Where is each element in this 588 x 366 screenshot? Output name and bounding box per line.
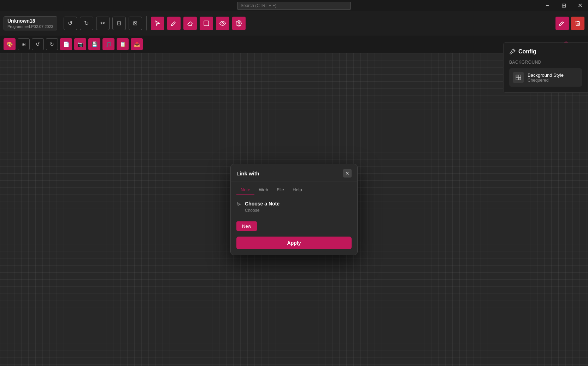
minimize-button[interactable]: − bbox=[539, 0, 555, 11]
shape-tool-button[interactable] bbox=[200, 17, 213, 30]
title-bar: Notivity - ProgrammerLP / Unknown18 (Dra… bbox=[0, 0, 588, 11]
apply-button[interactable]: Apply bbox=[236, 237, 352, 249]
toolbar-separator bbox=[146, 16, 147, 30]
grid-button[interactable]: ⊞ bbox=[18, 38, 30, 50]
top-toolbar: Unknown18 ProgrammerLP 02.07.2023 ↺ ↻ ✂ … bbox=[0, 11, 588, 35]
tab-note[interactable]: Note bbox=[236, 185, 254, 195]
pen-tool-button[interactable] bbox=[167, 17, 181, 30]
link-with-modal: Link with ✕ Note Web File Help Choose a … bbox=[230, 164, 358, 255]
copy-button[interactable]: ⊡ bbox=[112, 17, 126, 30]
modal-close-button[interactable]: ✕ bbox=[343, 169, 352, 178]
delete-action-button[interactable] bbox=[571, 17, 584, 30]
music-button[interactable]: 🎵 bbox=[102, 38, 114, 50]
svg-point-1 bbox=[222, 22, 223, 24]
maximize-button[interactable]: ⊞ bbox=[555, 0, 572, 11]
choose-note-sub: Choose bbox=[245, 208, 280, 213]
note-date: 02.07.2023 bbox=[34, 24, 53, 29]
undo2-button[interactable]: ↺ bbox=[32, 38, 44, 50]
search-input[interactable] bbox=[237, 2, 351, 10]
modal-body: Choose a Note Choose New Apply bbox=[231, 195, 357, 255]
window-controls: − ⊞ ✕ bbox=[539, 0, 588, 11]
note-title: Unknown18 bbox=[7, 18, 53, 24]
cursor-icon bbox=[236, 202, 241, 207]
clipboard-button[interactable]: 📋 bbox=[117, 38, 129, 50]
svg-point-2 bbox=[238, 22, 240, 24]
note-meta: ProgrammerLP 02.07.2023 bbox=[7, 24, 53, 29]
eraser-tool-button[interactable] bbox=[183, 17, 197, 30]
second-toolbar-left: 🎨 ⊞ ↺ ↻ 📄 📷 💾 🎵 📋 📤 bbox=[4, 38, 143, 50]
note-info: Unknown18 ProgrammerLP 02.07.2023 bbox=[4, 16, 57, 30]
new-button[interactable]: New bbox=[236, 221, 257, 231]
redo2-button[interactable]: ↻ bbox=[46, 38, 58, 50]
second-toolbar: 🎨 ⊞ ↺ ↻ 📄 📷 💾 🎵 📋 📤 100% bbox=[0, 35, 588, 53]
paste-button[interactable]: ⊠ bbox=[129, 17, 142, 30]
tab-web[interactable]: Web bbox=[254, 185, 272, 195]
close-button[interactable]: ✕ bbox=[572, 0, 588, 11]
note-author: ProgrammerLP bbox=[7, 24, 34, 29]
eye-tool-button[interactable] bbox=[216, 17, 229, 30]
modal-header: Link with ✕ bbox=[231, 164, 357, 181]
modal-tabs: Note Web File Help bbox=[231, 181, 357, 195]
redo-button[interactable]: ↻ bbox=[80, 17, 93, 30]
undo-button[interactable]: ↺ bbox=[64, 17, 77, 30]
choose-note-label: Choose a Note bbox=[245, 201, 280, 207]
tab-help[interactable]: Help bbox=[288, 185, 306, 195]
save-button[interactable]: 💾 bbox=[88, 38, 100, 50]
modal-overlay: Link with ✕ Note Web File Help Choose a … bbox=[0, 53, 588, 366]
tab-file[interactable]: File bbox=[272, 185, 288, 195]
new-doc-button[interactable]: 📄 bbox=[60, 38, 72, 50]
select-tool-button[interactable] bbox=[151, 17, 164, 30]
settings-tool-button[interactable] bbox=[232, 17, 246, 30]
modal-title: Link with bbox=[236, 170, 259, 176]
cut-button[interactable]: ✂ bbox=[96, 17, 110, 30]
svg-rect-0 bbox=[204, 21, 209, 26]
image-button[interactable]: 📷 bbox=[74, 38, 86, 50]
export-button[interactable]: 📤 bbox=[131, 38, 143, 50]
paint-action-button[interactable] bbox=[555, 17, 569, 30]
palette-button[interactable]: 🎨 bbox=[4, 38, 16, 50]
